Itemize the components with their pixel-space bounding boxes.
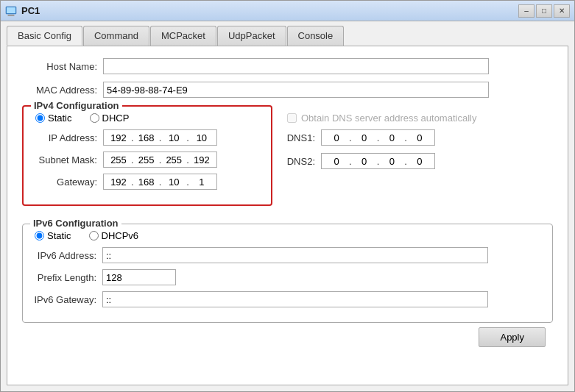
host-name-input[interactable] [103,58,489,74]
title-bar-left: PC1 [5,5,40,17]
ipv6-gateway-row: IPv6 Gateway: [32,291,543,307]
dns1-octet4[interactable] [408,132,431,143]
dns2-row: DNS2: . . . [284,153,553,169]
title-bar: PC1 – □ ✕ [1,1,574,21]
tab-basic-config[interactable]: Basic Config [7,26,82,46]
dns1-octet3[interactable] [380,132,403,143]
prefix-length-label: Prefix Length: [32,272,102,283]
maximize-button[interactable]: □ [536,4,552,18]
ipv4-dhcp-radio[interactable] [90,113,99,123]
ipv6-address-row: IPv6 Address: [32,247,543,263]
ip-address-octet1[interactable] [107,132,130,143]
ip-address-row: IP Address: . . . [32,129,262,146]
pc-icon [5,5,17,17]
dns1-octet2[interactable] [353,132,376,143]
main-content: Host Name: MAC Address: IPv4 Configurati… [7,46,568,385]
mac-address-label: MAC Address: [22,85,103,96]
tab-bar: Basic Config Command MCPacket UdpPacket … [1,21,574,46]
svg-rect-2 [7,15,15,16]
ipv4-section-label: IPv4 Configuration [31,100,122,111]
subnet-mask-row: Subnet Mask: . . . [32,152,262,168]
dns-section: Obtain DNS server address automatically … [284,105,553,215]
ipv6-gateway-label: IPv6 Gateway: [32,294,102,305]
gateway-octet3[interactable] [162,177,186,188]
dns1-octet1[interactable] [325,132,348,143]
subnet-octet1[interactable] [107,154,130,165]
ipv6-static-radio[interactable] [35,231,44,240]
title-buttons: – □ ✕ [518,4,570,18]
ip-address-label: IP Address: [32,132,103,143]
prefix-length-input[interactable] [102,269,176,285]
gateway-label: Gateway: [32,177,103,188]
ipv6-address-input[interactable] [102,247,488,263]
host-name-label: Host Name: [22,61,103,72]
subnet-mask-field: . . . [103,152,217,168]
ipv6-address-label: IPv6 Address: [32,250,102,261]
dns1-field: . . . [321,129,435,146]
ipv6-section-label: IPv6 Configuration [30,218,121,229]
ipv4-static-option[interactable]: Static [35,113,72,124]
subnet-mask-label: Subnet Mask: [32,154,103,165]
ip-address-octet3[interactable] [162,132,186,143]
mac-address-row: MAC Address: [22,82,553,98]
dns2-octet2[interactable] [353,156,376,167]
svg-rect-3 [7,7,15,13]
apply-button[interactable]: Apply [479,327,546,347]
gateway-octet1[interactable] [107,177,130,188]
ip-address-field: . . . [103,129,217,146]
ipv6-static-label: Static [47,230,71,241]
ipv6-gateway-input[interactable] [102,291,488,307]
tab-mcpacket[interactable]: MCPacket [150,26,216,46]
ipv6-section: IPv6 Configuration Static DHCPv6 IPv6 Ad… [22,224,553,323]
main-window: PC1 – □ ✕ Basic Config Command MCPacket … [0,0,575,392]
gateway-octet2[interactable] [135,177,158,188]
minimize-button[interactable]: – [518,4,535,18]
ipv4-dhcp-label: DHCP [102,113,130,124]
ipv6-static-option[interactable]: Static [35,230,71,241]
mac-address-input[interactable] [103,82,489,98]
close-button[interactable]: ✕ [554,4,570,18]
host-name-row: Host Name: [22,58,553,74]
dns1-row: DNS1: . . . [284,129,553,146]
gateway-field: . . . [103,174,217,190]
ip-address-octet2[interactable] [135,132,158,143]
dns1-label: DNS1: [284,132,321,143]
bottom-bar: Apply [22,323,553,350]
ipv6-dhcpv6-label: DHCPv6 [102,230,139,241]
prefix-length-row: Prefix Length: [32,269,543,285]
gateway-row: Gateway: . . . [32,174,262,190]
tab-command[interactable]: Command [83,26,149,46]
subnet-octet4[interactable] [190,154,214,165]
ipv6-dhcpv6-radio[interactable] [89,231,99,240]
dns2-octet1[interactable] [325,156,348,167]
ipv4-static-radio[interactable] [35,113,45,123]
subnet-octet2[interactable] [135,154,158,165]
dns2-octet3[interactable] [380,156,403,167]
tab-udppacket[interactable]: UdpPacket [217,26,286,46]
obtain-dns-label: Obtain DNS server address automatically [301,113,476,124]
ip-address-octet4[interactable] [190,132,214,143]
ipv6-radio-row: Static DHCPv6 [32,230,543,241]
dns2-octet4[interactable] [408,156,431,167]
dns2-label: DNS2: [284,156,321,167]
window-title: PC1 [21,5,40,16]
subnet-octet3[interactable] [162,154,186,165]
dns2-field: . . . [321,153,435,169]
ipv4-section: IPv4 Configuration Static DHCP IP Addres… [22,105,272,206]
tab-console[interactable]: Console [287,26,345,46]
ipv4-static-label: Static [48,113,72,124]
gateway-octet4[interactable] [190,177,214,188]
ipv4-radio-row: Static DHCP [32,113,262,124]
ipv4-dhcp-option[interactable]: DHCP [90,113,130,124]
obtain-dns-row: Obtain DNS server address automatically [284,113,553,124]
ipv6-dhcpv6-option[interactable]: DHCPv6 [89,230,139,241]
obtain-dns-checkbox[interactable] [287,113,297,123]
